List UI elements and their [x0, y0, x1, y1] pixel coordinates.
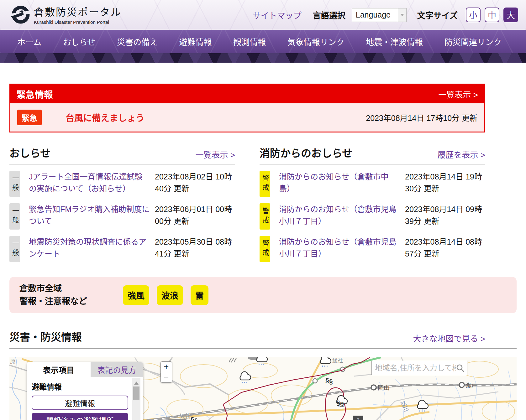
evacuation-info-button[interactable]: 避難情報	[32, 396, 128, 410]
notice-date: 2023年05月30日 08時41分 更新	[155, 236, 235, 262]
alert-badge-strong-wind: 強風	[123, 285, 149, 305]
font-size-large-button[interactable]: 大	[503, 8, 518, 22]
sitemap-link[interactable]: サイトマップ	[253, 9, 302, 21]
nav-item-home[interactable]: ホーム	[17, 36, 41, 47]
font-size-small-button[interactable]: 小	[466, 8, 481, 22]
chevron-down-icon[interactable]	[398, 8, 406, 22]
map-search-input[interactable]	[375, 364, 456, 372]
nav-item-weather-links[interactable]: 気象情報リンク	[287, 36, 345, 47]
open-shelters-button[interactable]: 開設済みの避難場所	[32, 413, 128, 420]
emergency-title: 緊急情報	[17, 87, 53, 101]
notice-item: 一般 地震防災対策の現状調査に係るアンケート 2023年05月30日 08時41…	[9, 236, 235, 262]
font-size-medium-button[interactable]: 中	[485, 8, 499, 22]
fire-notice-item: 警戒 消防からのお知らせ（倉敷市児島小川７丁目） 2023年08月14日 08時…	[260, 236, 485, 262]
map-section-header: 災害・防災情報 大きな地図で見る >	[9, 329, 485, 344]
font-size-buttons: 小 中 大	[466, 8, 518, 22]
emergency-item: 緊急 台風に備えましょう 2023年08月14日 17時10分 更新	[10, 103, 484, 132]
site-title-block: 倉敷防災ポータル Kurashiki Disaster Prevention P…	[34, 4, 122, 25]
fire-notices-section: 消防からのおしらせ 履歴を表示 > 警戒 消防からのお知らせ（倉敷市中島） 20…	[260, 145, 485, 262]
route-number-label: 2	[357, 418, 360, 420]
route-shield-icon: 2	[353, 416, 363, 420]
notices-list-link[interactable]: 一覧表示 >	[196, 148, 235, 160]
map-canvas[interactable]: 2 §§ §§ §§ 原 総社 4 岡山 瀬戸 矢掛 旭川 表示項目 表記の見方	[9, 357, 517, 420]
alert-badge-high-waves: 波浪	[157, 285, 183, 305]
area-alerts-label: 倉敷市全域 警報・注意報など	[19, 282, 123, 308]
banner-pattern-strip	[0, 53, 526, 63]
alert-badges: 強風 波浪 雷	[123, 285, 208, 305]
notice-item: 一般 Jアラート全国一斉情報伝達試験の実施について（お知らせ） 2023年08月…	[9, 171, 235, 197]
svg-text:§: §	[194, 417, 198, 420]
warning-badge: 警戒	[260, 203, 270, 230]
scroll-up-icon[interactable]	[132, 378, 140, 386]
area-alerts-area: 倉敷市全域	[19, 282, 123, 295]
emergency-header: 緊急情報 一覧表示 >	[10, 85, 484, 103]
scroll-thumb[interactable]	[133, 386, 139, 400]
site-header: 倉敷防災ポータル Kurashiki Disaster Prevention P…	[0, 0, 526, 30]
panel-scrollbar[interactable]	[132, 378, 140, 420]
map-label-okayama: 岡山	[378, 385, 390, 391]
map-label-hara: 原	[10, 359, 16, 365]
fire-notice-item: 警戒 消防からのお知らせ（倉敷市中島） 2023年08月14日 19時30分 更…	[260, 171, 485, 197]
fire-notice-link[interactable]: 消防からのお知らせ（倉敷市児島小川７丁目）	[279, 203, 400, 230]
map-layer-panel: 表示項目 表記の見方 避難情報 避難情報 開設済みの避難場所	[27, 362, 143, 420]
notice-badge: 一般	[9, 236, 20, 262]
svg-text:§: §	[336, 399, 340, 406]
search-icon[interactable]	[456, 364, 465, 372]
nav-item-notices[interactable]: おしらせ	[63, 36, 95, 47]
nav-item-observation[interactable]: 観測情報	[233, 36, 266, 47]
notices-title: おしらせ	[9, 145, 50, 160]
svg-text:§: §	[325, 376, 329, 384]
language-select-value: Language	[352, 10, 398, 19]
emergency-list-link[interactable]: 一覧表示 >	[439, 88, 478, 100]
notice-link[interactable]: 地震防災対策の現状調査に係るアンケート	[29, 236, 150, 262]
nav-item-evacuation[interactable]: 避難情報	[179, 36, 212, 47]
emergency-item-date: 2023年08月14日 17時10分 更新	[366, 112, 477, 123]
alert-badge-thunder: 雷	[191, 285, 208, 305]
notices-section: おしらせ 一覧表示 > 一般 Jアラート全国一斉情報伝達試験の実施について（お知…	[9, 145, 235, 262]
map-section-divider	[9, 348, 517, 349]
notice-badge: 一般	[9, 203, 20, 230]
fire-notice-link[interactable]: 消防からのお知らせ（倉敷市中島）	[279, 171, 400, 197]
notice-badge: 一般	[9, 171, 20, 197]
emergency-item-link[interactable]: 台風に備えましょう	[66, 111, 145, 124]
panel-tabs: 表示項目 表記の見方	[27, 362, 143, 377]
warning-badge: 警戒	[260, 236, 270, 262]
map-label-seto: 瀬戸	[466, 382, 477, 389]
fire-notice-date: 2023年08月14日 19時30分 更新	[405, 171, 485, 197]
emergency-section: 緊急情報 一覧表示 > 緊急 台風に備えましょう 2023年08月14日 17時…	[9, 84, 485, 132]
header-utilities: サイトマップ 言語選択 Language 文字サイズ 小 中 大	[253, 0, 518, 30]
tab-legend[interactable]: 表記の見方	[91, 362, 143, 377]
map-enlarge-link[interactable]: 大きな地図で見る >	[413, 332, 485, 344]
notice-item: 一般 緊急告知FMラジオ購入補助制度について 2023年06月01日 00時00…	[9, 203, 235, 230]
panel-group-label: 避難情報	[32, 381, 128, 392]
area-alerts-box: 倉敷市全域 警報・注意報など 強風 波浪 雷	[9, 277, 517, 313]
notice-link[interactable]: Jアラート全国一斉情報伝達試験の実施について（お知らせ）	[29, 171, 150, 197]
map-search-box	[371, 361, 467, 375]
map-zoom-control: + −	[160, 361, 172, 383]
fire-notices-header: 消防からのおしらせ 履歴を表示 >	[260, 145, 485, 164]
site-title: 倉敷防災ポータル	[34, 4, 122, 18]
fire-notices-history-link[interactable]: 履歴を表示 >	[438, 148, 485, 160]
language-select[interactable]: Language	[352, 8, 407, 22]
svg-text:§: §	[340, 400, 344, 407]
nav-item-disaster-links[interactable]: 防災関連リンク	[444, 36, 502, 47]
notice-link[interactable]: 緊急告知FMラジオ購入補助制度について	[29, 203, 150, 230]
map-section-title: 災害・防災情報	[9, 329, 82, 344]
fire-notice-date: 2023年08月14日 08時57分 更新	[405, 236, 485, 262]
notice-columns: おしらせ 一覧表示 > 一般 Jアラート全国一斉情報伝達試験の実施について（お知…	[9, 145, 485, 262]
fire-notices-title: 消防からのおしらせ	[260, 145, 352, 160]
main-nav: ホーム おしらせ 災害の備え 避難情報 観測情報 気象情報リンク 地震・津波情報…	[0, 30, 526, 53]
panel-body: 避難情報 避難情報 開設済みの避難場所	[27, 377, 143, 420]
fire-notice-date: 2023年08月14日 09時39分 更新	[405, 203, 485, 230]
notice-date: 2023年06月01日 00時00分 更新	[155, 203, 235, 230]
language-label: 言語選択	[313, 9, 345, 21]
fire-notice-link[interactable]: 消防からのお知らせ（倉敷市児島小川７丁目）	[279, 236, 400, 262]
emergency-badge: 緊急	[17, 110, 42, 125]
fire-notice-item: 警戒 消防からのお知らせ（倉敷市児島小川７丁目） 2023年08月14日 09時…	[260, 203, 485, 230]
zoom-in-button[interactable]: +	[160, 361, 172, 372]
zoom-out-button[interactable]: −	[160, 372, 172, 383]
tab-display-items[interactable]: 表示項目	[27, 362, 91, 377]
nav-item-earthquake-tsunami[interactable]: 地震・津波情報	[366, 36, 423, 47]
city-logo[interactable]	[10, 4, 30, 24]
nav-item-preparedness[interactable]: 災害の備え	[117, 36, 158, 47]
